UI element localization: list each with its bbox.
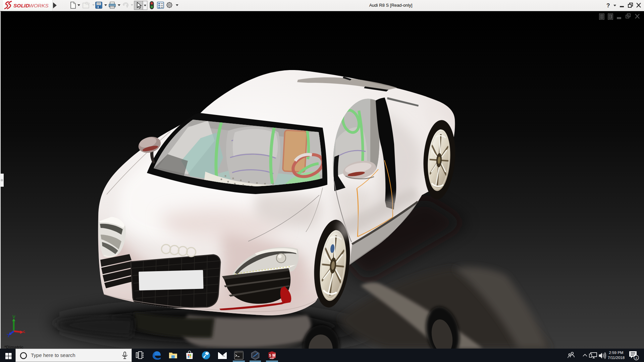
svg-text:S: S: [269, 354, 271, 357]
svg-text:WORKS: WORKS: [29, 3, 49, 8]
svg-text:2017: 2017: [270, 357, 274, 359]
svg-text:2: 2: [636, 356, 637, 360]
svg-text:SOLID: SOLID: [13, 3, 29, 8]
svg-text:W: W: [272, 354, 276, 357]
svg-text:?: ?: [606, 2, 610, 9]
svg-text:C:\_: C:\_: [235, 352, 238, 353]
